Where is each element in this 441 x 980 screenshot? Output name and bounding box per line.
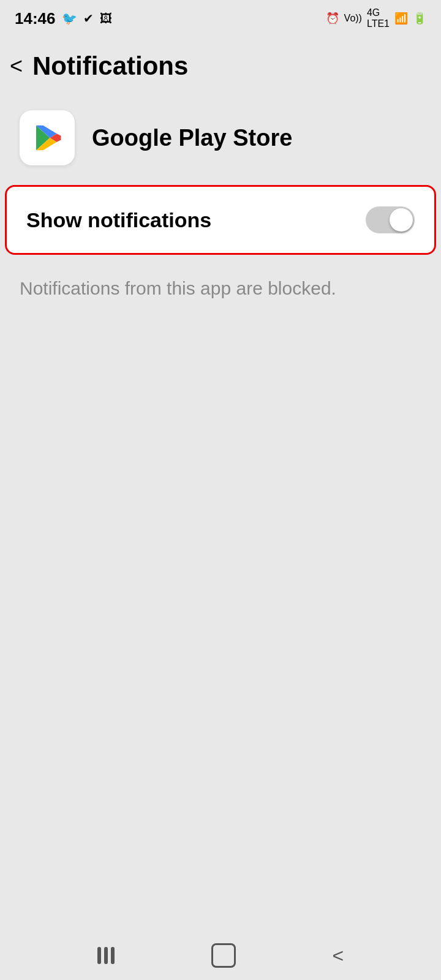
notifications-card: Show notifications [5, 185, 436, 255]
header: < Notifications [0, 37, 441, 96]
nav-line-2 [104, 947, 108, 964]
show-notifications-label: Show notifications [26, 208, 211, 232]
nav-bar: < [0, 931, 441, 980]
4g-icon: 4GLTE1 [367, 7, 390, 29]
home-button[interactable] [211, 943, 236, 968]
back-nav-button[interactable]: < [332, 944, 344, 967]
show-notifications-toggle[interactable] [366, 206, 415, 233]
check-icon: ✔ [83, 11, 94, 26]
app-name: Google Play Store [92, 125, 292, 151]
recent-apps-icon [97, 947, 115, 964]
app-info-row: Google Play Store [0, 96, 441, 180]
nav-line-3 [111, 947, 115, 964]
status-time: 14:46 [15, 9, 56, 28]
status-right: ⏰ Vo)) 4GLTE1 📶 🔋 [326, 7, 426, 29]
recent-apps-button[interactable] [97, 947, 115, 964]
back-button[interactable]: < [10, 55, 23, 77]
volume-icon: Vo)) [344, 13, 362, 24]
play-store-icon [31, 121, 64, 154]
app-icon-wrapper [20, 110, 75, 165]
battery-icon: 🔋 [413, 12, 426, 25]
toggle-knob [390, 208, 413, 232]
page-title: Notifications [32, 51, 188, 81]
status-left: 14:46 🐦 ✔ 🖼 [15, 9, 112, 28]
home-icon [211, 943, 236, 968]
twitter-icon: 🐦 [62, 11, 77, 26]
signal-icon: 📶 [394, 12, 408, 25]
image-icon: 🖼 [100, 12, 112, 26]
alarm-icon: ⏰ [326, 12, 339, 25]
status-bar: 14:46 🐦 ✔ 🖼 ⏰ Vo)) 4GLTE1 📶 🔋 [0, 0, 441, 37]
blocked-message: Notifications from this app are blocked. [0, 255, 441, 322]
nav-line-1 [97, 947, 101, 964]
back-nav-icon: < [332, 944, 344, 967]
